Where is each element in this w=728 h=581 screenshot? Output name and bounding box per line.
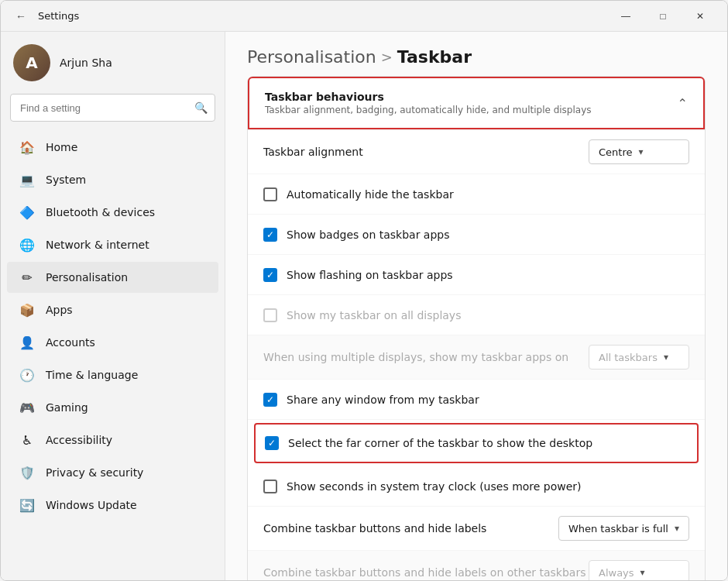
sidebar-item-accessibility[interactable]: ♿ Accessibility [7,425,218,456]
auto-hide-wrap: Automatically hide the taskbar [263,187,689,201]
share-window-row: Share any window from my taskbar [248,380,705,420]
sidebar-item-bluetooth[interactable]: 🔷 Bluetooth & devices [7,197,218,228]
show-flashing-wrap: Show flashing on taskbar apps [263,268,689,282]
combine-other-label: Combine taskbar buttons and hide labels … [263,566,589,579]
sidebar-item-label: Privacy & security [46,466,143,479]
dropdown-value: All taskbars [599,352,658,363]
time-icon: 🕐 [19,367,35,383]
sidebar-item-accounts[interactable]: 👤 Accounts [7,327,218,358]
system-icon: 💻 [19,172,35,187]
combine-buttons-label: Combine taskbar buttons and hide labels [263,522,558,535]
sidebar-item-label: Apps [46,304,73,316]
far-corner-checkbox[interactable] [265,436,279,450]
multiple-displays-control: All taskbars ▾ [589,345,689,370]
show-flashing-checkbox[interactable] [263,268,277,282]
sidebar-item-time[interactable]: 🕐 Time & language [7,359,218,390]
combine-buttons-dropdown[interactable]: When taskbar is full ▾ [558,516,689,541]
privacy-icon: 🛡️ [19,465,35,480]
accessibility-icon: ♿ [19,432,35,448]
auto-hide-checkbox[interactable] [263,187,277,201]
section-body: Taskbar alignment Centre ▾ [248,129,705,580]
user-name: Arjun Sha [60,57,112,69]
sidebar-item-apps[interactable]: 📦 Apps [7,294,218,325]
taskbar-behaviours-section: Taskbar behaviours Taskbar alignment, ba… [247,76,706,580]
sidebar-item-windows-update[interactable]: 🔄 Windows Update [7,490,218,521]
chevron-down-icon: ▾ [675,523,679,534]
show-flashing-label: Show flashing on taskbar apps [287,269,453,281]
chevron-down-icon: ▾ [638,146,643,157]
user-profile: A Arjun Sha [1,32,225,91]
sidebar-item-privacy[interactable]: 🛡️ Privacy & security [7,457,218,488]
section-header-taskbar-behaviours[interactable]: Taskbar behaviours Taskbar alignment, ba… [248,77,705,129]
show-flashing-row: Show flashing on taskbar apps [248,255,705,295]
search-icon: 🔍 [194,101,208,114]
share-window-checkbox[interactable] [263,393,277,407]
sidebar-item-label: Accounts [46,336,95,349]
close-button[interactable]: ✕ [682,4,718,29]
chevron-down-icon: ▾ [664,352,668,363]
multiple-displays-row: When using multiple displays, show my ta… [248,335,705,380]
sidebar-item-label: System [46,174,86,186]
show-seconds-checkbox[interactable] [263,480,277,493]
sidebar-item-gaming[interactable]: 🎮 Gaming [7,392,218,423]
avatar-image: A [13,44,50,81]
combine-buttons-control: When taskbar is full ▾ [558,516,689,541]
taskbar-alignment-dropdown[interactable]: Centre ▾ [589,139,689,164]
show-seconds-row: Show seconds in system tray clock (uses … [248,466,705,507]
far-corner-row: Select the far corner of the taskbar to … [254,423,699,463]
sidebar-item-label: Home [46,141,77,153]
sidebar-item-label: Bluetooth & devices [46,206,155,218]
auto-hide-label: Automatically hide the taskbar [287,188,454,201]
breadcrumb: Personalisation > Taskbar [247,47,706,67]
minimize-button[interactable]: — [608,4,644,29]
maximize-button[interactable]: □ [645,4,681,29]
content-area: Personalisation > Taskbar Taskbar behavi… [225,32,727,580]
far-corner-label: Select the far corner of the taskbar to … [288,437,592,449]
window-controls: — □ ✕ [608,4,718,29]
combine-other-dropdown[interactable]: Always ▾ [589,560,689,580]
sidebar-item-network[interactable]: 🌐 Network & internet [7,229,218,260]
nav-items: 🏠 Home 💻 System 🔷 Bluetooth & devices 🌐 … [1,131,225,521]
taskbar-alignment-row: Taskbar alignment Centre ▾ [248,130,705,174]
search-bar: 🔍 [10,94,215,122]
show-badges-checkbox[interactable] [263,228,277,242]
multiple-displays-dropdown[interactable]: All taskbars ▾ [589,345,689,370]
sidebar-item-label: Personalisation [46,271,128,284]
show-badges-label: Show badges on taskbar apps [287,229,450,241]
search-input[interactable] [10,94,215,122]
sidebar-item-home[interactable]: 🏠 Home [7,132,218,163]
page-header: Personalisation > Taskbar [225,32,727,76]
sidebar-item-label: Gaming [46,401,88,414]
sidebar-item-system[interactable]: 💻 System [7,164,218,195]
taskbar-alignment-label: Taskbar alignment [263,146,589,158]
show-badges-wrap: Show badges on taskbar apps [263,228,689,242]
share-window-label: Share any window from my taskbar [287,394,479,406]
show-seconds-wrap: Show seconds in system tray clock (uses … [263,480,689,493]
all-displays-label: Show my taskbar on all displays [287,309,461,321]
sidebar-item-personalisation[interactable]: ✏️ Personalisation [7,262,218,293]
sidebar-item-label: Network & internet [46,239,149,251]
combine-other-row: Combine taskbar buttons and hide labels … [248,551,705,580]
gaming-icon: 🎮 [19,400,35,415]
network-icon: 🌐 [19,237,35,253]
combine-buttons-row: Combine taskbar buttons and hide labels … [248,507,705,551]
content-scroll: Taskbar behaviours Taskbar alignment, ba… [225,76,727,580]
dropdown-value: Centre [599,146,632,158]
windows-update-icon: 🔄 [19,497,35,513]
share-window-wrap: Share any window from my taskbar [263,393,689,407]
sidebar-item-label: Windows Update [46,499,137,511]
all-displays-checkbox[interactable] [263,308,277,322]
sidebar-item-label: Time & language [46,369,138,381]
auto-hide-row: Automatically hide the taskbar [248,174,705,215]
taskbar-alignment-control: Centre ▾ [589,139,689,164]
avatar: A [13,44,50,81]
multiple-displays-label: When using multiple displays, show my ta… [263,351,589,363]
combine-other-control: Always ▾ [589,560,689,580]
sidebar: A Arjun Sha 🔍 🏠 Home 💻 System [1,32,225,580]
section-subtitle: Taskbar alignment, badging, automaticall… [265,105,592,115]
window-title: Settings [38,10,608,22]
settings-window: ← Settings — □ ✕ A Arjun Sha 🔍 [0,0,728,581]
breadcrumb-separator: > [381,49,393,65]
back-button[interactable]: ← [10,5,32,27]
accounts-icon: 👤 [19,335,35,350]
